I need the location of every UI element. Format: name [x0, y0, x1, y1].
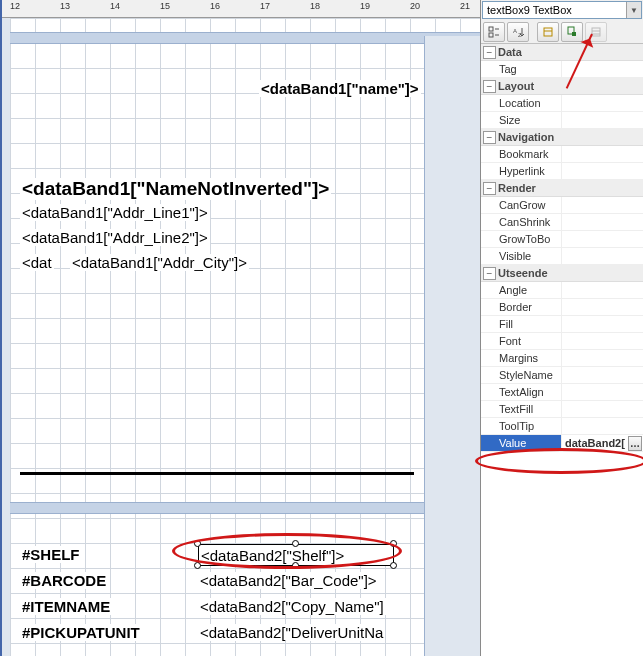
chevron-down-icon[interactable]: ▼ [626, 2, 641, 18]
page-margin [424, 36, 480, 656]
property-value[interactable]: dataBand2[… [561, 435, 643, 451]
design-canvas[interactable]: 12 13 14 15 16 17 18 19 20 21 <dataBand1… [0, 0, 480, 656]
property-name: Visible [481, 248, 561, 264]
property-row[interactable]: Border [481, 299, 643, 316]
property-value[interactable] [561, 299, 643, 315]
property-value[interactable] [561, 282, 643, 298]
resize-handle[interactable] [194, 562, 201, 569]
property-row[interactable]: TextAlign [481, 384, 643, 401]
svg-rect-0 [489, 27, 493, 31]
property-name: GrowToBo [481, 231, 561, 247]
property-row[interactable]: Hyperlink [481, 163, 643, 180]
resize-handle[interactable] [390, 540, 397, 547]
alphabetical-view-button[interactable]: AZ [507, 22, 529, 42]
collapse-icon[interactable]: − [483, 131, 496, 144]
property-name: TextFill [481, 401, 561, 417]
property-pages-button[interactable] [537, 22, 559, 42]
label-pickup[interactable]: #PICKUPATUNIT [20, 624, 142, 641]
ruler-mark: 18 [310, 1, 320, 11]
resize-handle[interactable] [292, 562, 299, 569]
property-category[interactable]: −Utseende [481, 265, 643, 282]
property-grid[interactable]: −DataTag−LayoutLocationSize−NavigationBo… [481, 44, 643, 656]
property-row[interactable]: Tag [481, 61, 643, 78]
property-value[interactable] [561, 333, 643, 349]
events-button[interactable] [561, 22, 583, 42]
resize-handle[interactable] [390, 562, 397, 569]
collapse-icon[interactable]: − [483, 267, 496, 280]
textbox-name[interactable]: <dataBand1["name"]> [259, 80, 421, 97]
label-shelf[interactable]: #SHELF [20, 546, 82, 563]
property-value[interactable] [561, 231, 643, 247]
textbox-name-notinverted[interactable]: <dataBand1["NameNotInverted"]> [20, 178, 331, 200]
property-value[interactable] [561, 146, 643, 162]
ruler-mark: 19 [360, 1, 370, 11]
property-value[interactable] [561, 401, 643, 417]
horizontal-rule [20, 472, 414, 475]
property-name: ToolTip [481, 418, 561, 434]
property-row[interactable]: GrowToBo [481, 231, 643, 248]
property-name: StyleName [481, 367, 561, 383]
label-itemname[interactable]: #ITEMNAME [20, 598, 112, 615]
textbox-addr2[interactable]: <dataBand1["Addr_Line2"]> [20, 229, 210, 246]
property-name: Margins [481, 350, 561, 366]
label-barcode[interactable]: #BARCODE [20, 572, 108, 589]
resize-handle[interactable] [194, 540, 201, 547]
property-category[interactable]: −Data [481, 44, 643, 61]
textbox-addr1[interactable]: <dataBand1["Addr_Line1"]> [20, 204, 210, 221]
property-row[interactable]: Font [481, 333, 643, 350]
property-name: Bookmark [481, 146, 561, 162]
textbox-barcode[interactable]: <dataBand2["Bar_Code"]> [198, 572, 379, 589]
property-name: Font [481, 333, 561, 349]
collapse-icon[interactable]: − [483, 80, 496, 93]
property-value[interactable] [561, 418, 643, 434]
property-row[interactable]: CanGrow [481, 197, 643, 214]
collapse-icon[interactable]: − [483, 182, 496, 195]
resize-handle[interactable] [292, 540, 299, 547]
property-row[interactable]: StyleName [481, 367, 643, 384]
property-category[interactable]: −Layout [481, 78, 643, 95]
property-row[interactable]: Bookmark [481, 146, 643, 163]
property-value[interactable] [561, 350, 643, 366]
property-value[interactable] [561, 197, 643, 213]
property-name: Border [481, 299, 561, 315]
textbox-pickup[interactable]: <dataBand2["DeliverUnitNa [198, 624, 385, 641]
ruler-mark: 12 [10, 1, 20, 11]
textbox-city[interactable]: <dataBand1["Addr_City"]> [70, 254, 249, 271]
property-row[interactable]: Margins [481, 350, 643, 367]
property-row[interactable]: TextFill [481, 401, 643, 418]
property-row[interactable]: Angle [481, 282, 643, 299]
svg-text:A: A [513, 28, 517, 34]
property-category[interactable]: −Navigation [481, 129, 643, 146]
property-value[interactable] [561, 367, 643, 383]
design-grid[interactable]: <dataBand1["name"]> <dataBand1["NameNotI… [10, 18, 480, 656]
sort-button[interactable] [585, 22, 607, 42]
property-value[interactable] [561, 248, 643, 264]
band-separator [10, 32, 480, 44]
categorized-view-button[interactable] [483, 22, 505, 42]
property-value[interactable] [561, 95, 643, 111]
property-value[interactable] [561, 384, 643, 400]
property-panel: textBox9 TextBox ▼ AZ −DataTag−LayoutLoc… [480, 0, 643, 656]
property-row[interactable]: Size [481, 112, 643, 129]
textbox-itemname[interactable]: <dataBand2["Copy_Name"] [198, 598, 386, 615]
property-value[interactable] [561, 214, 643, 230]
property-row[interactable]: CanShrink [481, 214, 643, 231]
ruler-mark: 13 [60, 1, 70, 11]
property-row[interactable]: ToolTip [481, 418, 643, 435]
collapse-icon[interactable]: − [483, 46, 496, 59]
object-selector[interactable]: textBox9 TextBox ▼ [482, 1, 642, 19]
property-row[interactable]: Visible [481, 248, 643, 265]
property-row[interactable]: Fill [481, 316, 643, 333]
property-value[interactable] [561, 112, 643, 128]
textbox-dat[interactable]: <dat [20, 254, 54, 271]
property-row[interactable]: ValuedataBand2[… [481, 435, 643, 452]
property-row[interactable]: Location [481, 95, 643, 112]
property-value[interactable] [561, 61, 643, 77]
property-name: Hyperlink [481, 163, 561, 179]
property-value[interactable] [561, 316, 643, 332]
property-value[interactable] [561, 163, 643, 179]
property-category[interactable]: −Render [481, 180, 643, 197]
ellipsis-button[interactable]: … [628, 436, 642, 451]
ruler-mark: 20 [410, 1, 420, 11]
property-name: CanGrow [481, 197, 561, 213]
